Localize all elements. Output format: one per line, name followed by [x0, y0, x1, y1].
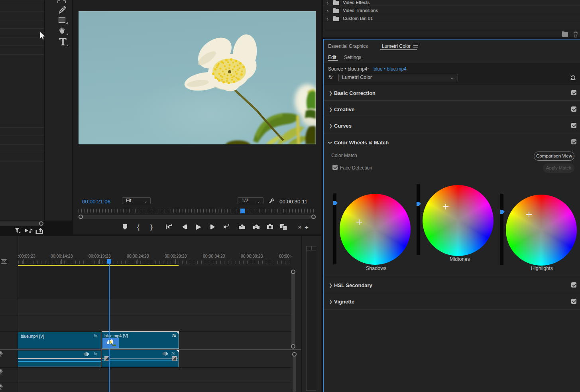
- svg-text:{: {: [137, 223, 140, 230]
- svg-text:+: +: [305, 224, 309, 231]
- svg-text:}: }: [150, 223, 153, 230]
- svg-text:»: »: [298, 223, 301, 230]
